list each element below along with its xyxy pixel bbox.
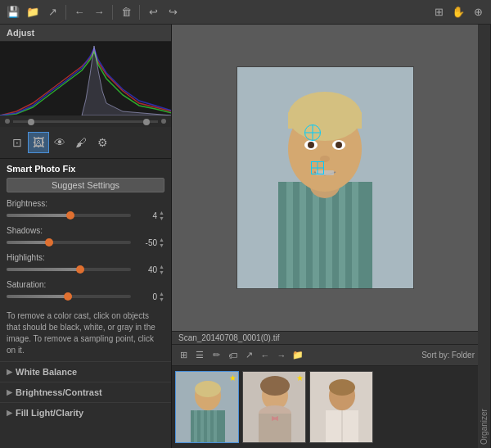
brightness-thumb[interactable] [66,211,74,219]
saturation-slider-row: Saturation: 0 ▲ ▼ [0,278,171,305]
main-photo [237,67,413,288]
brightness-fill [7,214,71,217]
brightness-up[interactable]: ▲ [159,210,164,215]
filmstrip-toolbar: ⊞ ☰ ✏ 🏷 ↗ ← → 📁 Sort by: Folder [172,345,478,366]
smart-photo-fix-title: Smart Photo Fix [0,159,171,176]
image-view[interactable] [172,25,478,331]
undo-button[interactable]: ↩ [144,3,162,21]
filmstrip-view-button[interactable]: ☰ [191,347,208,364]
brightness-contrast-header[interactable]: ▶ Brightness/Contrast [0,382,171,402]
saturation-up[interactable]: ▲ [159,291,164,296]
filmstrip: ★ ★ [172,366,478,448]
highlights-track[interactable] [7,268,131,271]
filmstrip-item-2[interactable]: ★ [242,371,306,443]
eyedropper-text: To remove a color cast, click on objects… [0,305,171,361]
highlights-down[interactable]: ▼ [159,269,164,275]
crop-tool[interactable]: ⊡ [7,132,28,153]
highlights-up[interactable]: ▲ [159,264,164,269]
histogram-area [0,42,171,115]
filmstrip-forward-button[interactable]: → [273,347,290,364]
shadows-thumb[interactable] [45,238,53,247]
share-button[interactable]: ↗ [43,3,61,21]
saturation-control: 0 ▲ ▼ [7,291,164,302]
fill-light-section: ▶ Fill Light/Clarity [0,402,171,423]
fill-light-arrow: ▶ [7,409,12,417]
tool-icons-row: ⊡ 🖼 👁 🖌 ⚙ [0,127,171,159]
toolbar-separator-1 [65,5,66,20]
open-button[interactable]: 📁 [24,3,42,21]
save-button[interactable]: 💾 [4,3,22,21]
folder-label: Folder [452,351,475,360]
toolbar-separator-2 [112,5,113,20]
svg-rect-5 [313,182,319,288]
brightness-control: 4 ▲ ▼ [7,210,164,221]
filmstrip-back-button[interactable]: ← [257,347,273,364]
svg-rect-4 [300,182,306,288]
fill-light-label: Fill Light/Clarity [16,408,83,418]
highlights-thumb[interactable] [76,265,84,274]
svg-point-21 [195,381,221,397]
svg-point-29 [260,376,290,396]
filmstrip-item-3[interactable] [309,371,373,443]
suggest-settings-button[interactable]: Suggest Settings [7,178,164,192]
filmstrip-item-1[interactable]: ★ [175,371,239,443]
svg-rect-26 [214,410,217,443]
white-balance-arrow: ▶ [7,368,12,376]
toolbar-right: ⊞ ✋ ⊕ [429,3,488,21]
white-balance-label: White Balance [16,367,77,377]
zoom-button[interactable]: ⊕ [469,3,487,21]
svg-rect-25 [207,410,210,443]
highlights-control: 40 ▲ ▼ [7,264,164,275]
brightness-arrows: ▲ ▼ [159,210,164,221]
brush-tool[interactable]: 🖌 [70,132,92,153]
highlights-arrows: ▲ ▼ [159,264,164,275]
crosshair-eye-left [304,124,321,141]
eye-tool[interactable]: 👁 [49,132,70,153]
fill-light-header[interactable]: ▶ Fill Light/Clarity [0,403,171,423]
delete-button[interactable]: 🗑 [117,3,135,21]
toolbar-separator-3 [139,5,140,20]
forward-button[interactable]: → [90,3,108,21]
sort-label: Sort by: [421,351,449,360]
back-button[interactable]: ← [70,3,88,21]
filmstrip-folder-button[interactable]: 📁 [290,347,306,364]
shadows-track[interactable] [7,241,131,244]
brightness-down[interactable]: ▼ [159,215,164,221]
filmstrip-home-button[interactable]: ⊞ [175,347,191,364]
filmstrip-share-button[interactable]: ↗ [241,347,257,364]
saturation-value: 0 [134,292,157,301]
filmstrip-edit-button[interactable]: ✏ [208,347,224,364]
hist-slider-thumb-left[interactable] [28,119,34,125]
filmstrip-tag-button[interactable]: 🏷 [224,347,241,364]
saturation-track[interactable] [7,295,131,298]
saturation-down[interactable]: ▼ [159,296,164,302]
highlights-value: 40 [134,265,157,274]
panel-title: Adjust [0,25,171,42]
hist-slider-thumb-right[interactable] [143,119,150,125]
thumb-svg-3 [310,371,372,443]
crosshair-mouth [311,161,324,174]
hist-dot-right [161,119,166,124]
brightness-contrast-section: ▶ Brightness/Contrast [0,382,171,402]
photo-tool[interactable]: 🖼 [28,132,49,153]
white-balance-section: ▶ White Balance [0,361,171,382]
hist-slider-track[interactable] [13,120,158,123]
pan-button[interactable]: ✋ [449,3,467,21]
brightness-contrast-arrow: ▶ [7,388,12,396]
shadows-control: -50 ▲ ▼ [7,237,164,248]
grid-view-button[interactable]: ⊞ [430,3,448,21]
shadows-down[interactable]: ▼ [159,242,164,248]
saturation-thumb[interactable] [64,292,72,301]
left-panel: Adjust ⊡ 🖼 [0,25,172,448]
histogram-svg [0,42,171,115]
shadows-label: Shadows: [7,226,164,235]
redo-button[interactable]: ↪ [164,3,182,21]
brightness-track[interactable] [7,214,131,217]
svg-point-14 [308,142,314,148]
adjust-tool[interactable]: ⚙ [92,132,113,153]
white-balance-header[interactable]: ▶ White Balance [0,362,171,382]
shadows-value: -50 [134,238,157,247]
brightness-value: 4 [134,211,157,220]
shadows-up[interactable]: ▲ [159,237,164,242]
center-content: Scan_20140708_0001(0).tif ⊞ ☰ ✏ 🏷 ↗ ← → … [172,25,478,448]
